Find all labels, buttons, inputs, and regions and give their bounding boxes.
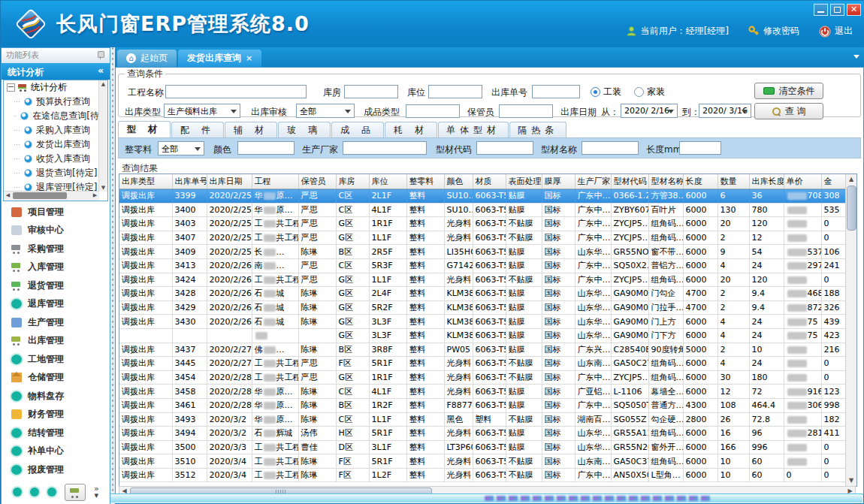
search-button[interactable]: 查 询 — [754, 103, 823, 119]
tree-item[interactable]: 收货入库查询 — [4, 152, 99, 166]
scroll-down-icon[interactable]: ▼ — [99, 184, 107, 192]
profile-name-input[interactable] — [582, 141, 639, 155]
column-header[interactable]: 型材代码 — [611, 174, 648, 189]
tree-expander-icon[interactable] — [7, 83, 15, 92]
table-row[interactable]: 调拨出库35002020/3/3工共工程曹佳D区3L1F整料LT3P606063… — [119, 440, 845, 454]
tab-shipping-out-query[interactable]: 发货出库查询× — [178, 50, 261, 67]
material-tab-型材[interactable]: 型 材 — [118, 121, 171, 137]
column-header[interactable]: 材质 — [473, 174, 506, 189]
table-row[interactable]: 调拨出库34032020/2/25工共工程严思G区1R1F整料光身料6063-T… — [119, 217, 845, 231]
length-input[interactable] — [679, 141, 721, 155]
radio-gongzhuang[interactable]: 工装 — [591, 86, 621, 98]
table-row[interactable]: 调拨出库34302020/2/26石城陈琳G区3L3F整料KLM38176063… — [119, 315, 845, 329]
column-header[interactable]: 生产厂家 — [575, 174, 611, 189]
tree-item[interactable]: 采购入库查询 — [4, 123, 99, 137]
scrollbar-thumb[interactable] — [13, 192, 67, 199]
material-tab-隔热条[interactable]: 隔热条 — [509, 122, 566, 137]
column-header[interactable]: 出库类型 — [119, 174, 172, 189]
maximize-button[interactable] — [830, 4, 844, 16]
sidebar-item-审核中心[interactable]: 审核中心 — [2, 222, 109, 240]
table-row[interactable]: 调拨出库34612020/2/28华原…陈琳B区1R2F整料F8877FT606… — [119, 398, 845, 412]
sidebar-item-补单中心[interactable]: 补单中心 — [2, 442, 109, 461]
column-header[interactable]: 金 — [821, 174, 845, 189]
column-header[interactable]: 工程 — [252, 174, 298, 189]
material-tab-耗材[interactable]: 耗 材 — [385, 122, 437, 137]
sidebar-item-结转管理[interactable]: 结转管理 — [2, 424, 109, 442]
clear-conditions-button[interactable]: 清空条件 — [754, 83, 823, 99]
product-type-input[interactable] — [406, 104, 460, 118]
sidebar-item-采购管理[interactable]: 采购管理 — [2, 240, 109, 258]
column-header[interactable]: 出库长度 — [749, 174, 784, 189]
tree-vertical-scrollbar[interactable]: ▲ ▼ — [98, 80, 107, 192]
scroll-up-icon[interactable]: ▲ — [99, 80, 107, 88]
table-row[interactable]: 调拨出库34452020/2/27工共工程严思F区5R1F整料光身料6063-T… — [119, 357, 845, 371]
footer-cart-button[interactable] — [65, 484, 86, 501]
tab-list-caret-icon[interactable] — [853, 55, 859, 59]
sidebar-item-入库管理[interactable]: 入库管理 — [2, 258, 109, 277]
table-row[interactable]: 调拨出库33992020/2/25华原…严思C区2L1F整料SU10…6063-… — [119, 189, 845, 204]
column-header[interactable]: 保管员 — [298, 174, 336, 189]
collapse-icon[interactable]: « — [98, 65, 104, 76]
column-header[interactable]: 型材名称 — [648, 174, 683, 189]
project-name-input[interactable] — [165, 85, 307, 98]
table-row[interactable]: 调拨出库35122020/3/4工共工程陈琳F区1L2F整料光身料6063-T5… — [119, 468, 845, 482]
sidebar-item-报废管理[interactable]: 报废管理 — [2, 460, 109, 479]
column-header[interactable]: 单价 — [784, 174, 821, 189]
table-row[interactable]: 调拨出库34282020/2/26石城陈琳G区2L4F整料KLM38176063… — [119, 287, 845, 301]
sidebar-item-物料盘存[interactable]: 物料盘存 — [2, 387, 109, 406]
material-tab-单体型材[interactable]: 单体型材 — [438, 122, 509, 137]
table-row[interactable]: 调拨出库34942020/3/2石辉城汤伟H区5R1F整料光身料6063-T5贴… — [119, 427, 845, 441]
sidebar-item-生产管理[interactable]: 生产管理 — [2, 313, 109, 332]
table-row[interactable]: 调拨出库34072020/2/25工共工程严思G区1L1F整料光身料6063-T… — [119, 231, 845, 245]
column-header[interactable]: 库房 — [336, 174, 369, 189]
table-row[interactable]: 调拨出库34372020/2/27佛…陈琳B区3R8F整料PW056063-T5… — [119, 343, 845, 357]
sidebar-item-仓储管理[interactable]: 仓储管理 — [2, 369, 109, 388]
close-tab-icon[interactable]: × — [246, 53, 252, 63]
table-row[interactable]: 调拨出库34092020/2/25长…陈琳B区2R5F整料LI35HO6063-… — [119, 245, 845, 259]
material-tab-配件[interactable]: 配 件 — [171, 122, 224, 137]
statistics-section-header[interactable]: 统计分析 « — [2, 63, 110, 80]
table-row[interactable]: 调拨出库34132020/2/26南…严思C区5R3F整料G714226063-… — [119, 258, 845, 273]
sidebar-item-退库管理[interactable]: 退库管理 — [2, 295, 109, 314]
date-to-select[interactable]: 2020/ 3/16 — [699, 104, 751, 118]
table-row[interactable]: 调拨出库34932020/3/2华原…陈琳C区1L1F整料黑色塑料不贴膜国标湖南… — [119, 412, 845, 427]
sidebar-item-财务管理[interactable]: 财务管理 — [2, 406, 109, 424]
material-tab-成品[interactable]: 成 品 — [331, 122, 384, 137]
warehouse-input[interactable] — [344, 85, 398, 98]
tree-item[interactable]: 发货出库查询 — [4, 137, 99, 152]
column-header[interactable]: 颜色 — [444, 174, 473, 189]
factory-input[interactable] — [343, 141, 427, 155]
scrollbar-thumb[interactable] — [847, 186, 856, 231]
column-header[interactable]: 长度 — [683, 174, 717, 189]
table-row[interactable]: 调拨出库35102020/3/4工共工程陈琳F区5R1F整料光身料6063-T5… — [119, 454, 845, 469]
radio-jiazhuang[interactable]: 家装 — [634, 86, 665, 98]
tree-item[interactable]: 在途信息查询[待 — [4, 109, 99, 123]
profile-code-input[interactable] — [476, 141, 533, 155]
order-no-input[interactable] — [532, 85, 580, 98]
scroll-down-icon[interactable]: ▼ — [846, 475, 856, 486]
column-header[interactable]: 库位 — [369, 174, 406, 189]
grid-vertical-scrollbar[interactable]: ▲ ▼ — [845, 174, 856, 486]
table-row[interactable]: 调拨出库34292020/2/26石城陈琳G区5R2F整料KLM38176063… — [119, 300, 845, 315]
material-tab-玻璃[interactable]: 玻 璃 — [278, 122, 331, 137]
table-row[interactable]: 调拨出库34582020/2/28华原…陈琳C区4L1F整料光身料6063-T5… — [119, 385, 845, 399]
tree-horizontal-scrollbar[interactable]: ◀ ▶ — [4, 191, 99, 201]
column-header[interactable]: 膜厚 — [542, 174, 575, 189]
change-password-button[interactable]: 修改密码 — [748, 25, 799, 38]
sidebar-item-退货管理[interactable]: 退货管理 — [2, 276, 109, 295]
tree-item[interactable]: 退库管理[待定] — [4, 180, 99, 192]
footer-more-button[interactable]: »▾ — [94, 485, 99, 499]
scroll-up-icon[interactable]: ▲ — [846, 174, 856, 185]
sidebar-item-出库管理[interactable]: 出库管理 — [2, 332, 109, 351]
footer-dot-icon[interactable] — [30, 487, 39, 496]
location-input[interactable] — [428, 85, 482, 98]
column-header[interactable]: 表面处理 — [506, 174, 542, 189]
table-row[interactable]: 调拨出库34002020/2/25华原…严思C区4L1F整料SU10…6063-… — [119, 203, 845, 217]
footer-dot-icon[interactable] — [13, 487, 22, 496]
column-header[interactable]: 出库日期 — [207, 174, 252, 189]
table-row[interactable]: G区3L3F整料KLM38176063-T5贴膜国标山东华…GA90M09.门下… — [119, 328, 845, 343]
column-header[interactable]: 数量 — [717, 174, 749, 189]
table-row[interactable]: 调拨出库34242020/2/26工共工程严思G区1L1F整料光身料6063-T… — [119, 273, 845, 287]
audit-select[interactable]: 全部 — [296, 104, 355, 118]
keeper-input[interactable] — [499, 104, 553, 118]
